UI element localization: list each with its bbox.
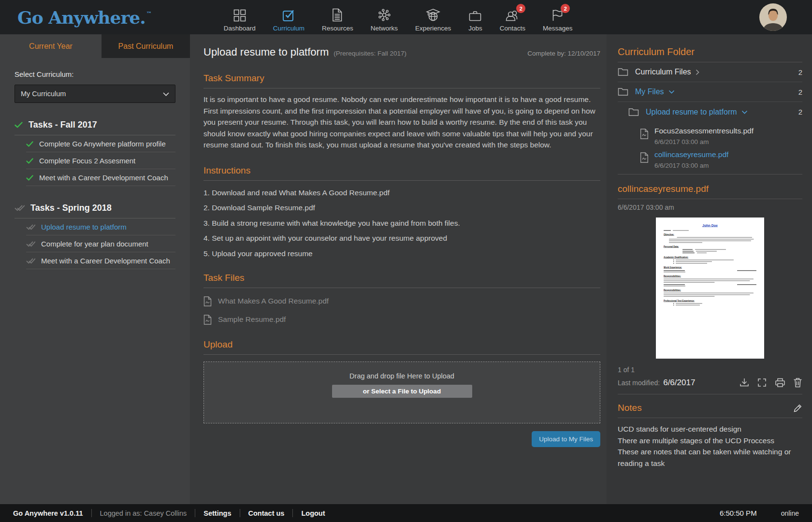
task-list: Upload resume to platform Complete for y… (26, 218, 175, 269)
select-curriculum-label: Select Curriculum: (14, 70, 175, 78)
task-item[interactable]: Complete Go Anywhere platform profile (26, 135, 175, 152)
resume-paragraph (669, 237, 756, 243)
nav-contacts[interactable]: 2 Contacts (500, 7, 525, 32)
resume-section-heading: Responsibilities: (664, 289, 756, 291)
tab-past-curriculum[interactable]: Past Curriculum (102, 34, 190, 58)
contact-us-link[interactable]: Contact us (248, 509, 285, 517)
nav-dashboard[interactable]: Dashboard (224, 7, 256, 32)
nav-experiences[interactable]: Experiences (415, 7, 451, 32)
double-check-icon (26, 258, 35, 264)
task-item-active[interactable]: Upload resume to platform (26, 218, 175, 235)
user-avatar[interactable] (759, 3, 787, 31)
folder-row-curriculum-files[interactable]: Curriculum Files 2 (618, 62, 802, 82)
clock: 6:50:50 PM (720, 509, 757, 517)
curriculum-select[interactable]: My Curriculum (14, 85, 175, 103)
fullscreen-icon[interactable] (757, 377, 767, 388)
pdf-preview-page[interactable]: John Doe Objective: Personal Data: Acade… (656, 218, 764, 359)
resume-bullet (673, 263, 756, 264)
instruction-step: 2. Download Sample Resume.pdf (203, 203, 600, 212)
pdf-icon (203, 315, 212, 325)
upload-dropzone[interactable]: Drag and drop file Here to Upload or Sel… (203, 362, 600, 423)
check-icon (26, 141, 33, 147)
print-icon[interactable] (774, 377, 786, 388)
app-logo[interactable]: Go Anywhere.™ (17, 7, 151, 28)
task-item[interactable]: Meet with a Career Development Coach (26, 252, 175, 269)
task-files-heading: Task Files (203, 273, 600, 288)
task-label: Upload resume to platform (41, 223, 127, 231)
nav-jobs[interactable]: Jobs (468, 7, 482, 32)
nav-messages[interactable]: 2 Messages (543, 7, 573, 32)
nav-resources[interactable]: Resources (322, 7, 353, 32)
task-label: Meet with a Career Development Coach (41, 257, 170, 265)
jobs-briefcase-icon (469, 7, 481, 22)
resume-title: John Doe (664, 223, 756, 227)
nav-label: Resources (322, 25, 353, 32)
settings-link[interactable]: Settings (203, 509, 231, 517)
tab-current-year[interactable]: Current Year (0, 34, 102, 58)
curriculum-check-icon (282, 7, 295, 22)
chevron-right-icon (696, 69, 699, 75)
resume-section-heading: Academic Qualification: (664, 256, 756, 259)
dashboard-grid-icon (233, 7, 246, 22)
file-info: collincaseyresume.pdf 6/6/2017 03:00 am (654, 150, 728, 169)
divider (195, 509, 195, 517)
task-item[interactable]: Meet with a Career Development Coach (26, 169, 175, 186)
online-status: online (781, 509, 799, 517)
last-modified-label: Last modified: (618, 379, 660, 387)
curriculum-folder-heading: Curriculum Folder (618, 46, 802, 62)
file-row-focus2[interactable]: Focus2assessmentresults.pdf 6/6/2017 03:… (640, 127, 802, 145)
experiences-graduation-globe-icon (426, 7, 440, 22)
delete-icon[interactable] (793, 377, 802, 388)
resume-bullet (673, 260, 756, 261)
task-file-link[interactable]: Sample Resume.pdf (203, 315, 600, 325)
tasks-fall-2017-section: Tasks - Fall 2017 Complete Go Anywhere p… (14, 120, 175, 186)
preview-file-heading: collincaseyresume.pdf (618, 184, 802, 199)
task-summary-body: It is so important to have a good resume… (203, 94, 600, 151)
resume-section-heading: Personal Data: (664, 246, 756, 248)
primary-nav: Dashboard Curriculum Resources (224, 2, 573, 32)
resume-job-row (664, 284, 756, 285)
notes-header: Notes (618, 403, 802, 418)
check-icon (26, 158, 33, 164)
resume-section-heading: Responsibilities: (664, 275, 756, 277)
note-line: UCD stands for user-centered design (618, 423, 802, 435)
instruction-step: 3. Build a strong resume with what knowl… (203, 219, 600, 228)
file-info: Focus2assessmentresults.pdf 6/6/2017 03:… (654, 127, 754, 145)
pdf-icon (203, 296, 212, 306)
task-item[interactable]: Complete for year plan document (26, 235, 175, 252)
folder-row-upload-resume[interactable]: Upload resume to platform 2 (628, 102, 802, 122)
select-file-button[interactable]: or Select a File to Upload (332, 385, 472, 398)
upload-to-my-files-button[interactable]: Upload to My Files (532, 431, 600, 447)
chevron-down-icon (668, 90, 675, 94)
notes-heading: Notes (618, 403, 642, 413)
nav-label: Experiences (415, 25, 451, 32)
task-file-name: What Makes A Good Resume.pdf (218, 297, 329, 305)
logout-link[interactable]: Logout (301, 509, 325, 517)
messages-flag-icon: 2 (551, 7, 564, 22)
resume-kv-row (682, 253, 756, 254)
complete-by-label: Complete by: 12/10/2017 (527, 50, 600, 57)
resume-bullet (673, 303, 756, 304)
chevron-down-icon (741, 110, 748, 114)
file-row-collincasey[interactable]: collincaseyresume.pdf 6/6/2017 03:00 am (640, 150, 802, 169)
nav-networks[interactable]: Networks (371, 7, 398, 32)
tasks-spring-2018-section: Tasks - Spring 2018 Upload resume to pla… (14, 203, 175, 269)
instruction-step: 1. Download and read What Makes A Good R… (203, 188, 600, 197)
resume-bullet (673, 305, 756, 306)
status-bar: Go Anywhere v1.0.11 Logged in as: Casey … (0, 504, 812, 522)
folder-icon (628, 108, 639, 116)
folder-row-my-files[interactable]: My Files 2 (618, 82, 802, 102)
file-name: collincaseyresume.pdf (654, 150, 728, 159)
task-file-link[interactable]: What Makes A Good Resume.pdf (203, 296, 600, 306)
note-line: There are multiple stages of the UCD Pro… (618, 435, 802, 447)
nav-curriculum[interactable]: Curriculum (273, 7, 304, 32)
edit-pencil-icon[interactable] (793, 404, 802, 413)
folder-icon (618, 68, 628, 76)
task-item[interactable]: Complete Focus 2 Assesment (26, 152, 175, 169)
double-check-icon (14, 205, 25, 211)
download-icon[interactable] (739, 377, 750, 388)
nav-label: Curriculum (273, 25, 304, 32)
instructions-heading: Instructions (203, 165, 600, 181)
folder-count: 2 (798, 68, 802, 76)
pdf-icon (640, 129, 649, 139)
